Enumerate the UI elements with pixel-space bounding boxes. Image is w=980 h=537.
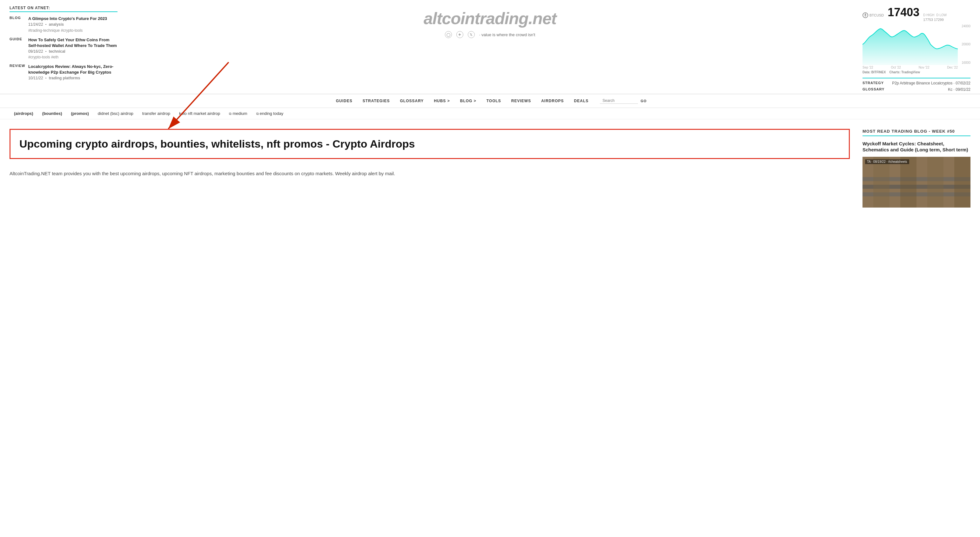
instagram-icon[interactable]: ◯ <box>445 31 452 38</box>
subnav-ending-today[interactable]: ending today <box>252 110 288 116</box>
tagline: · value is where the crowd isn't <box>479 32 535 37</box>
search-input[interactable] <box>600 98 638 104</box>
search-form: GO <box>600 98 649 104</box>
main-left: Upcoming crypto airdrops, bounties, whit… <box>10 129 850 208</box>
strategy-section: STRATEGY P2p Arbitrage Binance Localcryp… <box>862 78 970 92</box>
search-button[interactable]: GO <box>638 99 649 103</box>
twitter-icon[interactable]: 𝕏 <box>468 31 475 38</box>
ticker-price: 17403 <box>888 6 920 19</box>
item-type: BLOG <box>10 16 27 20</box>
item-date: 10/11/22 <box>28 76 43 80</box>
main-right: MOST READ TRADING BLOG - WEEK #50 Wyckof… <box>862 129 970 208</box>
strategy-row: STRATEGY P2p Arbitrage Binance Localcryp… <box>862 81 970 85</box>
most-read-title: MOST READ TRADING BLOG - WEEK #50 <box>862 129 970 136</box>
chart-source: Data: BITFINEX Charts: TradingView <box>862 70 970 74</box>
nav-deals[interactable]: DEALS <box>569 97 594 105</box>
center-logo: altcointrading.net ◯ ✈ 𝕏 · value is wher… <box>118 6 862 38</box>
latest-item: GUIDE How To Safely Get Your Ethw Coins … <box>10 37 118 60</box>
most-read-image[interactable]: TA · 08/19/22 · #cheatsheets <box>862 157 970 208</box>
nav-tools[interactable]: TOOLS <box>481 97 506 105</box>
svg-rect-8 <box>900 157 916 208</box>
nav-glossary[interactable]: GLOSSARY <box>395 97 429 105</box>
main-content: Upcoming crypto airdrops, bounties, whit… <box>0 119 980 217</box>
subnav-didnet[interactable]: didnet (bsc) airdrop <box>93 110 138 116</box>
chart-x-labels: Sep '22 Oct '22 Nov '22 Dec '22 <box>862 66 970 69</box>
strategy-label: STRATEGY <box>862 81 884 85</box>
svg-rect-9 <box>927 157 943 208</box>
item-category: trading platforms <box>49 76 80 80</box>
telegram-icon[interactable]: ✈ <box>457 31 463 38</box>
item-title[interactable]: Localcryptos Review: Always No-kyc, Zero… <box>28 64 113 80</box>
item-date: 11/24/22 <box>28 22 43 27</box>
latest-title: LATEST ON ATNET: <box>10 6 118 12</box>
nav-hubs[interactable]: HUBS > <box>429 97 455 105</box>
strategy-value[interactable]: P2p Arbitrage Binance Localcryptos · 07/… <box>892 81 970 85</box>
item-title[interactable]: How To Safely Get Your Ethw Coins From S… <box>28 37 117 54</box>
item-tags: #crypto-tools #eth <box>28 55 117 59</box>
subnav-promos[interactable]: (promos) <box>67 110 93 116</box>
nav-guides[interactable]: GUIDES <box>331 97 358 105</box>
main-nav: GUIDES STRATEGIES GLOSSARY HUBS > BLOG >… <box>0 94 980 108</box>
chart-y-labels: 24000 20000 16000 <box>962 24 970 65</box>
item-tags: #trading-technique #crypto-tools <box>28 28 117 33</box>
item-category: technical <box>49 49 65 54</box>
glossary-value[interactable]: Kc · 09/01/22 <box>948 87 970 92</box>
site-title[interactable]: altcointrading.net <box>118 9 862 28</box>
latest-item: BLOG A Glimpse Into Crypto's Future For … <box>10 16 118 33</box>
sub-nav: (airdrops) (bounties) (promos) didnet (b… <box>0 108 980 119</box>
subnav-bounties[interactable]: (bounties) <box>38 110 67 116</box>
btc-icon: ₿ <box>862 13 868 18</box>
latest-item: REVIEW Localcryptos Review: Always No-ky… <box>10 64 118 81</box>
nav-blog[interactable]: BLOG > <box>455 97 481 105</box>
ticker-highs: D HIGH D LOW 17753 17299 <box>923 13 947 22</box>
item-title[interactable]: A Glimpse Into Crypto's Future For 2023 … <box>28 16 107 27</box>
subnav-kolo[interactable]: kolo nft market airdrop <box>175 110 224 116</box>
subnav-medium[interactable]: medium <box>224 110 251 116</box>
glossary-label: GLOSSARY <box>862 87 885 92</box>
latest-section: LATEST ON ATNET: BLOG A Glimpse Into Cry… <box>10 6 118 85</box>
subnav-airdrops[interactable]: (airdrops) <box>10 110 38 116</box>
most-read-article-title[interactable]: Wyckoff Market Cycles: Cheatsheet, Schem… <box>862 141 970 153</box>
item-content: A Glimpse Into Crypto's Future For 2023 … <box>28 16 117 33</box>
image-label: TA · 08/19/22 · #cheatsheets <box>865 159 909 164</box>
item-date: 09/16/22 <box>28 49 43 54</box>
ticker-symbol: ₿ BTCUSD <box>862 13 884 18</box>
social-bar: ◯ ✈ 𝕏 · value is where the crowd isn't <box>118 31 862 38</box>
item-content: How To Safely Get Your Ethw Coins From S… <box>28 37 117 60</box>
featured-title: Upcoming crypto airdrops, bounties, whit… <box>19 137 840 151</box>
item-type: REVIEW <box>10 64 27 68</box>
price-chart: 24000 20000 16000 <box>862 24 970 65</box>
nav-reviews[interactable]: REVIEWS <box>506 97 536 105</box>
glossary-row: GLOSSARY Kc · 09/01/22 <box>862 87 970 92</box>
nav-strategies[interactable]: STRATEGIES <box>358 97 395 105</box>
item-type: GUIDE <box>10 37 27 41</box>
item-category: analysis <box>49 22 64 27</box>
subnav-transfer[interactable]: transfer airdrop <box>138 110 175 116</box>
nav-airdrops[interactable]: AIRDROPS <box>536 97 569 105</box>
ticker-section: ₿ BTCUSD 17403 D HIGH D LOW 17753 17299 <box>862 6 970 94</box>
svg-rect-7 <box>873 157 889 208</box>
featured-title-box: Upcoming crypto airdrops, bounties, whit… <box>10 129 850 159</box>
main-description: AltcoinTrading.NET team provides you wit… <box>10 170 850 177</box>
svg-rect-10 <box>954 157 970 208</box>
item-content: Localcryptos Review: Always No-kyc, Zero… <box>28 64 117 81</box>
